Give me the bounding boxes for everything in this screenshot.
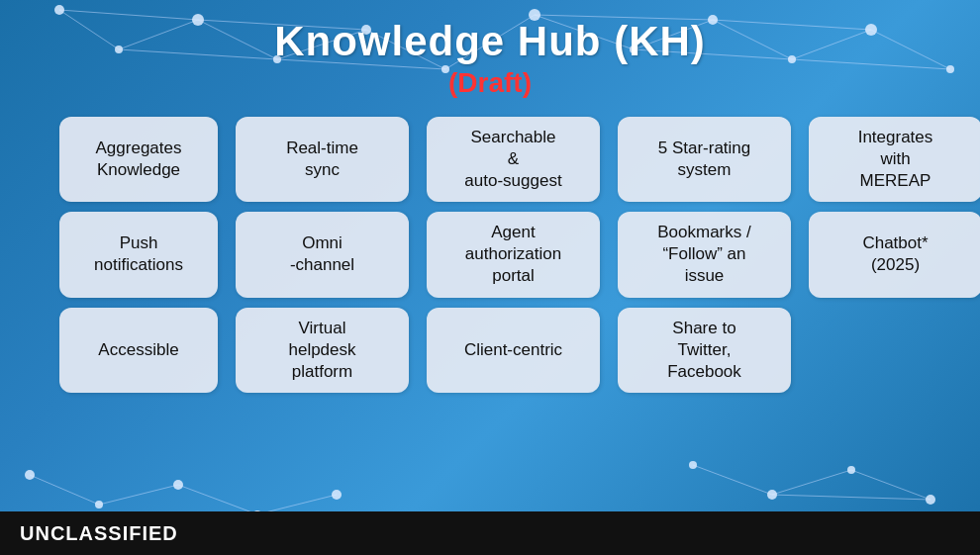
grid-row-3: Accessible Virtualhelpdeskplatform Clien…	[59, 308, 921, 393]
card-searchable: Searchable&auto-suggest	[427, 117, 600, 202]
page-content: Knowledge Hub (KH) (Draft) AggregatesKno…	[0, 0, 980, 555]
grid-row-2: Pushnotifications Omni-channel Agentauth…	[59, 212, 921, 297]
card-chatbot: Chatbot*(2025)	[809, 212, 980, 297]
card-bookmarks-follow: Bookmarks /“Follow” anissue	[618, 212, 791, 297]
card-agent-authorization: Agentauthorizationportal	[427, 212, 600, 297]
page-header: Knowledge Hub (KH) (Draft)	[0, 0, 980, 107]
card-push-notifications: Pushnotifications	[59, 212, 218, 297]
classification-label: UNCLASSIFIED	[20, 522, 178, 545]
page-subtitle: (Draft)	[0, 67, 980, 99]
feature-grid: AggregatesKnowledge Real-timesync Search…	[0, 107, 980, 511]
card-realtime-sync: Real-timesync	[236, 117, 409, 202]
card-share-social: Share toTwitter,Facebook	[618, 308, 791, 393]
card-aggregates-knowledge: AggregatesKnowledge	[59, 117, 218, 202]
card-client-centric: Client-centric	[427, 308, 600, 393]
card-virtual-helpdesk: Virtualhelpdeskplatform	[236, 308, 409, 393]
card-accessible: Accessible	[59, 308, 218, 393]
card-star-rating: 5 Star-ratingsystem	[618, 117, 791, 202]
card-omni-channel: Omni-channel	[236, 212, 409, 297]
page-title: Knowledge Hub (KH)	[0, 18, 980, 65]
classification-footer: UNCLASSIFIED	[0, 511, 980, 555]
grid-row-1: AggregatesKnowledge Real-timesync Search…	[59, 117, 921, 202]
card-integrates-mereap: IntegrateswithMEREAP	[809, 117, 980, 202]
